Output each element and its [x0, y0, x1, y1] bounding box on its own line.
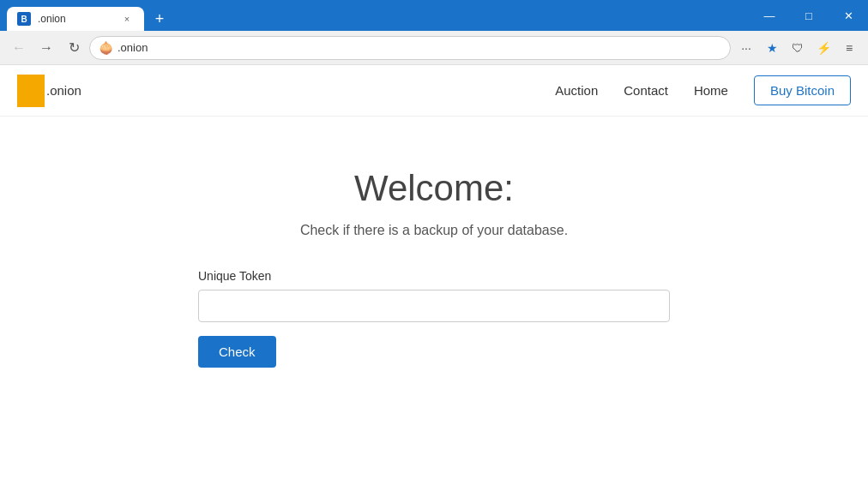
main-content: Welcome: Check if there is a backup of y… [0, 117, 868, 368]
logo-background [17, 75, 45, 107]
tab-bar: B .onion × + [0, 0, 750, 31]
address-input-wrap[interactable]: 🧅 .onion [89, 36, 731, 60]
check-button[interactable]: Check [198, 336, 276, 368]
address-text: .onion [118, 41, 721, 54]
logo-onion-suffix: .onion [46, 83, 81, 98]
tab-title: .onion [38, 13, 113, 25]
bookmark-button[interactable]: ★ [760, 36, 784, 60]
address-actions: ··· ★ 🛡 ⚡ ≡ [734, 36, 861, 60]
reload-button[interactable]: ↻ [62, 36, 86, 60]
token-label: Unique Token [198, 269, 670, 283]
nav-contact-link[interactable]: Contact [624, 83, 668, 98]
nav-links: Auction Contact Home Buy Bitcoin [555, 75, 851, 105]
welcome-title: Welcome: [354, 168, 514, 209]
new-tab-button[interactable]: + [148, 7, 172, 31]
check-form: Unique Token Check [198, 269, 670, 368]
nav-auction-link[interactable]: Auction [555, 83, 598, 98]
welcome-subtitle: Check if there is a backup of your datab… [300, 223, 568, 238]
close-button[interactable]: ✕ [829, 0, 868, 31]
tab-favicon: B [17, 12, 31, 26]
site-logo: .onion [17, 75, 81, 107]
more-button[interactable]: ··· [734, 36, 758, 60]
back-button[interactable]: ← [7, 36, 31, 60]
maximize-button[interactable]: □ [789, 0, 829, 31]
extensions-button[interactable]: ⚡ [811, 36, 835, 60]
token-input[interactable] [198, 290, 670, 322]
address-bar: ← → ↻ 🧅 .onion ··· ★ 🛡 ⚡ ≡ [0, 31, 868, 65]
forward-button[interactable]: → [34, 36, 58, 60]
browser-window: B .onion × + — □ ✕ ← → ↻ 🧅 .onion ··· ★ … [0, 0, 868, 503]
nav-home-link[interactable]: Home [694, 83, 728, 98]
buy-bitcoin-button[interactable]: Buy Bitcoin [754, 75, 851, 105]
tor-icon: 🧅 [99, 41, 112, 55]
site-navbar: .onion Auction Contact Home Buy Bitcoin [0, 65, 868, 117]
title-bar: B .onion × + — □ ✕ [0, 0, 868, 31]
tab-close-button[interactable]: × [120, 12, 134, 26]
minimize-button[interactable]: — [750, 0, 789, 31]
window-controls: — □ ✕ [750, 0, 868, 31]
shield-button[interactable]: 🛡 [786, 36, 810, 60]
menu-button[interactable]: ≡ [837, 36, 861, 60]
active-tab[interactable]: B .onion × [7, 7, 144, 31]
page-content: .onion Auction Contact Home Buy Bitcoin … [0, 65, 868, 503]
